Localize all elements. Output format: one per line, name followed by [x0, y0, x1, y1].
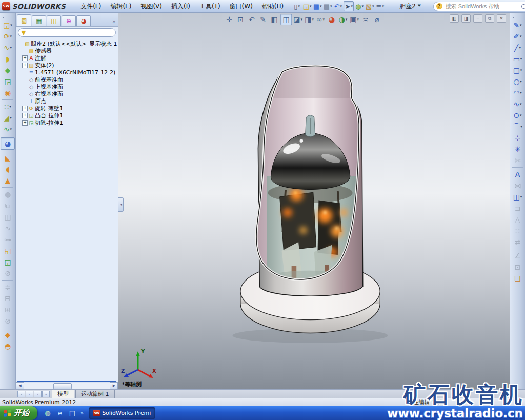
view-orientation-icon[interactable]: ◫ — [280, 14, 292, 25]
zoom-to-fit-icon[interactable]: ✛ — [224, 14, 234, 25]
mirror-sketch-icon[interactable]: △ — [511, 214, 524, 225]
menu-item[interactable]: 窗口(W) — [226, 1, 257, 12]
scrollbar-track[interactable] — [24, 383, 110, 389]
flex-icon[interactable]: ∿ ▾ — [1, 124, 14, 135]
slot-icon[interactable]: ▢ ▾ — [511, 65, 524, 76]
menu-item[interactable]: 插入(I) — [167, 1, 194, 12]
taskbar-task-solidworks[interactable]: SW SolidWorks Premi... — [89, 407, 155, 419]
smart-dimension-icon[interactable]: ✐ ▾ — [511, 31, 524, 42]
search-input[interactable] — [445, 3, 519, 10]
tree-item-front-plane[interactable]: + ◇ 前视基准面 — [18, 76, 117, 83]
mirror-entities-icon[interactable]: ⋈ — [511, 180, 524, 191]
tab-displaymanager[interactable]: ◕ — [76, 15, 91, 26]
convert-entities-icon[interactable]: ◫ ▾ — [511, 191, 524, 203]
menu-item[interactable]: 文件(F) — [76, 1, 105, 12]
help-search-box[interactable]: ? ▾ — [433, 2, 525, 11]
tabnav-last[interactable]: » — [42, 391, 50, 397]
draft-icon[interactable]: ◢ ▾ — [1, 112, 14, 124]
scrollbar-thumb[interactable] — [53, 383, 72, 389]
tab-featuremanager[interactable]: ▧ — [17, 14, 31, 26]
options-icon[interactable]: ≡▾ — [375, 2, 385, 11]
measure-icon[interactable]: ⌀ — [372, 14, 382, 25]
doc-restore-icon[interactable]: ⧉ — [485, 14, 494, 23]
apply-scene-icon[interactable]: ◑ ▾ — [338, 14, 348, 25]
tree-item-material[interactable]: + ≣ 1.4571 (X6CrNiMoTi17-12-2) — [18, 69, 117, 76]
scroll-right-button[interactable]: ▶ — [110, 382, 118, 389]
menu-item[interactable]: 编辑(E) — [106, 1, 135, 12]
quicklaunch-browser-icon[interactable]: e — [55, 409, 65, 418]
tree-expander-icon[interactable]: + — [22, 120, 28, 126]
hide-show-items-icon[interactable]: ∞ ▾ — [315, 14, 326, 25]
offset-entities-icon[interactable]: ⊐ — [511, 203, 524, 214]
menu-item[interactable]: 工具(T) — [195, 1, 225, 12]
open-icon[interactable]: ◱▾ — [302, 2, 312, 11]
tree-item-cut-extrude[interactable]: + ◲ 切除-拉伸1 — [18, 119, 117, 126]
tab-dimxpertmanager[interactable]: ⊕ — [62, 15, 76, 26]
rectangle-icon[interactable]: ▭ ▾ — [511, 53, 524, 65]
arc-icon[interactable]: ◠ ▾ — [511, 87, 524, 98]
quicklaunch-overflow-icon[interactable]: » — [80, 410, 84, 416]
menu-item[interactable]: 视图(V) — [136, 1, 166, 12]
boundary-boss-icon[interactable]: ◆ — [1, 65, 14, 76]
sketch-icon[interactable]: ✎ ▾ — [511, 19, 524, 31]
3d-drawing-view-icon[interactable]: ✎ — [258, 14, 268, 25]
knit-surface-icon[interactable]: ◲ — [1, 256, 14, 268]
revolved-boss-icon[interactable]: ⟳ ▾ — [1, 31, 14, 42]
tree-expander-icon[interactable]: + — [22, 63, 28, 68]
undo-icon[interactable]: ↶▾ — [333, 2, 342, 11]
section-view-icon[interactable]: ◧ — [269, 14, 279, 25]
shell-icon[interactable]: ◖ — [1, 164, 14, 175]
ellipse-icon[interactable]: ⊜ ▾ — [511, 110, 524, 121]
tree-filter-box[interactable]: ▼ — [18, 28, 116, 37]
fillet-icon[interactable]: ◕ — [1, 137, 15, 150]
thicken-icon[interactable]: ≑ — [1, 282, 14, 293]
menu-item[interactable]: 帮助(H) — [258, 1, 288, 12]
point-icon[interactable]: ⊹ — [511, 132, 524, 144]
panel-collapse-handle[interactable]: ◂ — [118, 197, 124, 212]
toolbar-grip[interactable] — [513, 15, 522, 18]
rebuild-icon[interactable]: ◍▾ — [355, 2, 364, 11]
lofted-boss-icon[interactable]: ◗ — [1, 53, 14, 65]
hole-wizard-icon[interactable]: ◉ — [1, 87, 14, 98]
pane-right-icon[interactable]: ◨ — [461, 14, 471, 23]
tree-item-solid-bodies[interactable]: + ▨ 实体(2) — [18, 62, 117, 69]
search-icon[interactable] — [521, 4, 525, 9]
print-icon[interactable]: ▤▾ — [323, 2, 332, 11]
scales-icon[interactable]: ≍ — [360, 14, 371, 25]
graphics-viewport[interactable]: ✛ ⊡ ↶ ✎ — [118, 13, 510, 389]
wrap-icon[interactable]: ◍ — [1, 189, 14, 200]
tree-expander-icon[interactable]: + — [22, 55, 28, 61]
tabs-overflow-icon[interactable]: » — [112, 18, 117, 26]
move-entities-icon[interactable]: ⇄ — [511, 236, 524, 248]
display-style-icon[interactable]: ◪ ▾ — [293, 14, 303, 25]
tab-configurationmanager[interactable]: ◫ — [47, 15, 61, 26]
toolbar-grip[interactable] — [3, 15, 12, 18]
tree-expander-icon[interactable]: + — [22, 106, 28, 111]
quicklaunch-notes-icon[interactable]: ▤ — [68, 409, 77, 418]
deform-icon[interactable]: ◆ — [1, 329, 14, 341]
linear-pattern-icon[interactable]: ∷ ▾ — [1, 101, 14, 112]
tree-item-sensors[interactable]: + ▨ 传感器 — [18, 47, 117, 54]
pane-left-icon[interactable]: ◧ — [450, 14, 459, 23]
untrim-surface-icon[interactable]: ⊘ — [1, 268, 14, 279]
previous-view-icon[interactable]: ↶ — [247, 14, 257, 25]
quick-snaps-icon[interactable]: ⊡ — [511, 262, 524, 273]
display-mode-icon[interactable]: ◨ ▾ — [304, 14, 314, 25]
doc-close-icon[interactable]: ✕ — [497, 14, 506, 23]
swept-boss-icon[interactable]: ∿ ▾ — [1, 42, 14, 53]
extruded-boss-icon[interactable]: ◱ ▾ — [1, 19, 14, 31]
sketch-fillet-icon[interactable]: ⌒ ▾ — [511, 121, 524, 132]
instant3d-icon[interactable]: ⊶ — [1, 234, 14, 245]
tree-item-origin[interactable]: + ⊥ 原点 — [18, 97, 117, 105]
tree-item-revolve-thin[interactable]: + ⟳ 旋转-薄壁1 — [18, 105, 117, 112]
tree-item-right-plane[interactable]: + ◇ 右视基准面 — [18, 90, 117, 97]
mirror-feature-icon[interactable]: ◫ — [1, 211, 14, 223]
tree-item-annotations[interactable]: + A 注解 — [18, 54, 117, 62]
rib-icon[interactable]: ▲ — [1, 175, 14, 186]
tree-expander-icon[interactable]: + — [22, 113, 28, 118]
line-icon[interactable]: ╱ ▾ — [511, 42, 524, 53]
quicklaunch-globe-icon[interactable]: ◍ — [43, 409, 52, 418]
zoom-area-icon[interactable]: ⊡ — [235, 14, 246, 25]
intersect-icon[interactable]: ⧉ — [1, 200, 14, 211]
draft-analysis-icon[interactable]: ⊞ — [1, 304, 14, 315]
